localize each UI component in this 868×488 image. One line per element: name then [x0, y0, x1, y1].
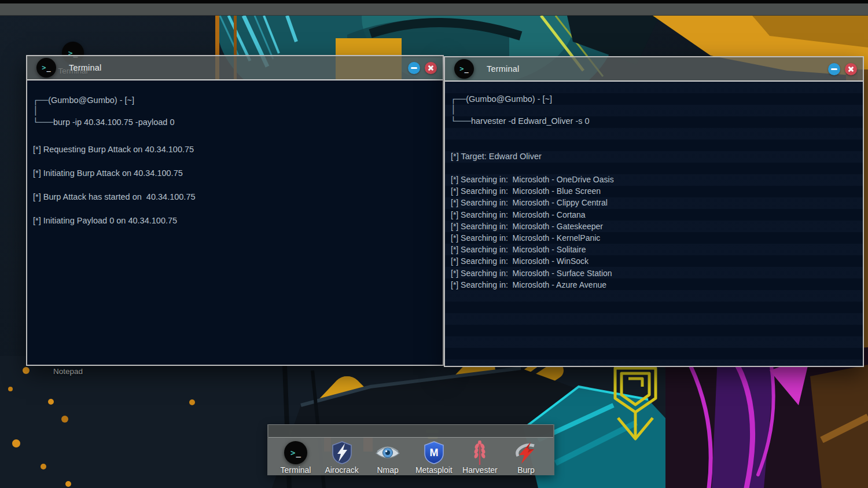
window-title: Terminal: [69, 63, 101, 72]
output-line: [*] Searching in: Microsloth - Gateskeep…: [451, 221, 855, 232]
terminal-icon: >_: [284, 441, 307, 465]
search-results: [*] Searching in: Microsloth - OneDrive …: [451, 174, 855, 291]
close-button[interactable]: [845, 63, 857, 75]
output-line: [*] Searching in: Microsloth - Azure Ave…: [451, 279, 855, 291]
close-icon: [428, 65, 434, 71]
wheat-icon: [472, 441, 487, 465]
output-line: [*] Searching in: Microsloth - Clippy Ce…: [451, 197, 855, 208]
output-line: [*] Initiating Payload 0 on 40.34.100.75: [33, 215, 435, 226]
terminal-window-burp: >_ Terminal ┌──(Gumbo@Gumbo) - [~] │ └──…: [26, 55, 444, 366]
prompt-user: (Gumbo@Gumbo) - [~]: [466, 94, 552, 104]
window-controls: [828, 63, 857, 75]
dock-item-label: Burp: [517, 465, 535, 475]
dock-item-label: Airocrack: [325, 465, 358, 475]
output-line: [*] Searching in: Microsloth - OneDrive …: [451, 174, 855, 185]
output-line: [*] Searching in: Microsloth - Solitaire: [451, 244, 855, 255]
dock-item-metasploit[interactable]: M Metasploit: [413, 441, 455, 475]
command-text: harvester -d Edward_Oliver -s 0: [471, 116, 590, 126]
prompt-line: ┌──(Gumbo@Gumbo) - [~]: [451, 93, 855, 105]
output-line: [*] Searching in: Microsloth - Surface S…: [451, 267, 855, 279]
output-line: [*] Burp Attack has started on 40.34.100…: [33, 191, 435, 203]
minus-icon: [411, 67, 417, 69]
window-titlebar[interactable]: >_ Terminal: [27, 56, 443, 79]
output-line: [*] Searching in: Microsloth - KernelPan…: [451, 232, 855, 244]
output-line: [*] Searching in: Microsloth - Blue Scre…: [451, 185, 855, 197]
command-line: └───burp -ip 40.34.100.75 -payload 0: [33, 116, 435, 128]
command-text: burp -ip 40.34.100.75 -payload 0: [53, 118, 175, 127]
dock-item-airocrack[interactable]: Airocrack: [321, 441, 363, 475]
terminal-output-area[interactable]: ┌──(Gumbo@Gumbo) - [~] │ └───harvester -…: [445, 80, 863, 366]
window-controls: [408, 62, 437, 74]
minimize-button[interactable]: [828, 63, 840, 75]
output-line: [*] Searching in: Microsloth - Cortana: [451, 209, 855, 221]
prompt-user: (Gumbo@Gumbo) - [~]: [48, 96, 134, 105]
metasploit-m-glyph: M: [429, 447, 438, 458]
window-title: Terminal: [487, 64, 519, 74]
terminal-icon: >_: [454, 59, 474, 79]
dock-item-terminal[interactable]: >_ Terminal: [274, 441, 317, 475]
output-line: [*] Initiating Burp Attack on 40.34.100.…: [33, 167, 435, 179]
terminal-output-area[interactable]: ┌──(Gumbo@Gumbo) - [~] │ └───burp -ip 40…: [27, 79, 443, 365]
dock-item-label: Harvester: [462, 465, 498, 475]
dock-item-nmap[interactable]: Nmap: [366, 441, 409, 475]
prompt-tree-pipe: │: [33, 106, 435, 115]
dock: >_ Terminal Airocrack: [267, 424, 554, 475]
top-window-bar: [0, 0, 868, 16]
dock-item-burp[interactable]: Burp: [505, 441, 547, 475]
target-line: [*] Target: Edward Oliver: [451, 151, 855, 162]
prompt-tree-pipe: │: [451, 105, 855, 114]
output-line: [*] Requesting Burp Attack on 40.34.100.…: [33, 144, 435, 155]
shield-bolt-icon: [332, 441, 352, 465]
desktop-icon-notepad[interactable]: Notepad: [53, 367, 83, 376]
minus-icon: [831, 68, 837, 70]
dock-item-label: Nmap: [377, 465, 399, 475]
dock-item-label: Terminal: [281, 465, 311, 475]
eye-icon: [375, 441, 400, 465]
dock-handle[interactable]: [269, 424, 553, 438]
prompt-line: ┌──(Gumbo@Gumbo) - [~]: [33, 94, 435, 106]
window-titlebar[interactable]: >_ Terminal: [445, 57, 863, 80]
dock-item-label: Metasploit: [415, 465, 453, 475]
command-line: └───harvester -d Edward_Oliver -s 0: [451, 115, 855, 127]
dock-item-harvester[interactable]: Harvester: [458, 441, 501, 475]
terminal-window-harvester: >_ Terminal ┌──(Gumbo@Gumbo) - [~] │ └──…: [444, 56, 864, 367]
close-icon: [848, 66, 854, 72]
close-button[interactable]: [425, 62, 437, 74]
output-line: [*] Searching in: Microsloth - WinSock: [451, 255, 855, 267]
shield-m-icon: M: [424, 441, 444, 465]
terminal-icon: >_: [36, 58, 56, 78]
minimize-button[interactable]: [408, 62, 420, 74]
lightning-icon: [514, 441, 538, 465]
dock-items: >_ Terminal Airocrack: [267, 438, 554, 475]
